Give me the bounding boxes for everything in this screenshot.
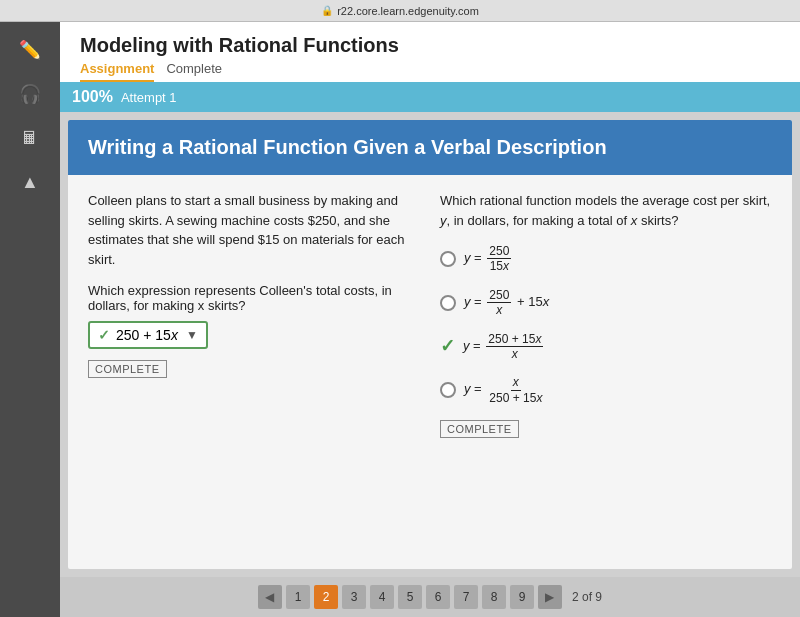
next-page-button[interactable]: ▶	[538, 585, 562, 609]
radio-4[interactable]	[440, 382, 456, 398]
option-2[interactable]: y = 250 x + 15x	[440, 288, 772, 318]
option-4[interactable]: y = x 250 + 15x	[440, 375, 772, 405]
lock-icon: 🔒	[321, 5, 333, 16]
left-text: Colleen plans to start a small business …	[88, 191, 420, 269]
page-header: Modeling with Rational Functions Assignm…	[60, 22, 800, 82]
formula-4: y = x 250 + 15x	[464, 375, 546, 405]
page-btn-2[interactable]: 2	[314, 585, 338, 609]
page-btn-1[interactable]: 1	[286, 585, 310, 609]
question-title: Writing a Rational Function Given a Verb…	[88, 136, 772, 159]
question-card: Writing a Rational Function Given a Verb…	[68, 120, 792, 569]
complete-badge-left: COMPLETE	[88, 360, 167, 378]
question-left: Colleen plans to start a small business …	[88, 191, 420, 438]
page-btn-5[interactable]: 5	[398, 585, 422, 609]
complete-badge-right: COMPLETE	[440, 420, 519, 438]
radio-1[interactable]	[440, 251, 456, 267]
question-header: Writing a Rational Function Given a Verb…	[68, 120, 792, 175]
option-3[interactable]: ✓ y = 250 + 15x x	[440, 332, 772, 362]
page-btn-9[interactable]: 9	[510, 585, 534, 609]
question-right: Which rational function models the avera…	[440, 191, 772, 438]
formula-2: y = 250 x + 15x	[464, 288, 549, 318]
dropdown-arrow-icon: ▼	[186, 328, 198, 342]
progress-attempt: Attempt 1	[121, 90, 177, 105]
answer-label: 250 + 15x	[116, 327, 178, 343]
pagination: ◀ 1 2 3 4 5 6 7 8 9 ▶ 2 of 9	[60, 577, 800, 617]
sidebar: ✏️ 🎧 🖩 ▲	[0, 22, 60, 617]
pencil-icon[interactable]: ✏️	[12, 32, 48, 68]
question-body: Colleen plans to start a small business …	[68, 175, 792, 454]
radio-2[interactable]	[440, 295, 456, 311]
page-btn-7[interactable]: 7	[454, 585, 478, 609]
page-btn-4[interactable]: 4	[370, 585, 394, 609]
headphones-icon[interactable]: 🎧	[12, 76, 48, 112]
check-icon: ✓	[98, 327, 110, 343]
page-title: Modeling with Rational Functions	[80, 34, 780, 57]
calculator-icon[interactable]: 🖩	[12, 120, 48, 156]
formula-3: y = 250 + 15x x	[463, 332, 545, 362]
page-label: 2 of 9	[572, 590, 602, 604]
progress-bar: 100% Attempt 1	[60, 82, 800, 112]
tab-complete[interactable]: Complete	[166, 61, 222, 82]
browser-url: r22.core.learn.edgenuity.com	[337, 5, 479, 17]
correct-check-icon: ✓	[440, 335, 455, 357]
prev-page-button[interactable]: ◀	[258, 585, 282, 609]
page-btn-6[interactable]: 6	[426, 585, 450, 609]
page-btn-8[interactable]: 8	[482, 585, 506, 609]
content-area: Modeling with Rational Functions Assignm…	[60, 22, 800, 617]
tab-assignment[interactable]: Assignment	[80, 61, 154, 82]
formula-1: y = 250 15x	[464, 244, 513, 274]
right-text: Which rational function models the avera…	[440, 191, 772, 230]
option-1[interactable]: y = 250 15x	[440, 244, 772, 274]
up-arrow-icon[interactable]: ▲	[12, 164, 48, 200]
browser-bar: 🔒 r22.core.learn.edgenuity.com	[0, 0, 800, 22]
header-tabs: Assignment Complete	[80, 61, 780, 82]
page-btn-3[interactable]: 3	[342, 585, 366, 609]
progress-percent: 100%	[72, 88, 113, 106]
answer-dropdown[interactable]: ✓ 250 + 15x ▼	[88, 321, 208, 349]
left-sub: Which expression represents Colleen's to…	[88, 283, 420, 313]
